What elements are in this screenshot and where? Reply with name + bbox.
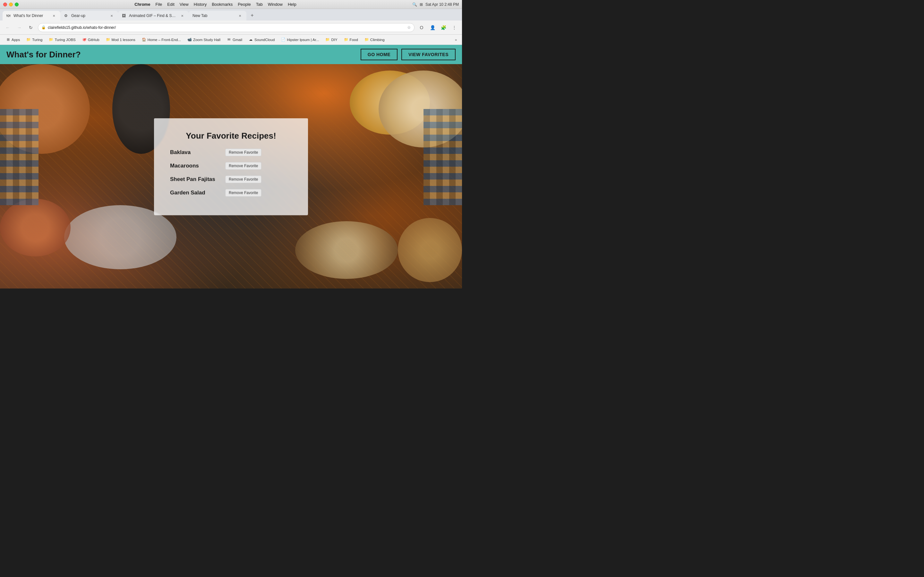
recipe-item-garden-salad: Garden Salad Remove Favorite [170,189,292,197]
back-button[interactable]: ← [3,23,12,32]
control-center-icon[interactable]: ⊞ [420,2,423,7]
folder-icon-3: 📁 [106,37,110,42]
tab3-favicon: 🖼 [122,13,126,18]
bookmark-turing-jobs[interactable]: 📁 Turing JOBS [46,36,78,43]
bookmark-hipster[interactable]: 📄 Hipster Ipsum | Ar... [278,36,321,43]
bookmark-zoom[interactable]: 📹 Zoom Study Hall [185,36,223,43]
bookmark-star-icon[interactable]: ☆ [407,25,411,30]
bookmark-diy[interactable]: 📁 DIY [323,36,340,43]
tab1-favicon: 🍽 [6,13,11,18]
tab3-close[interactable]: ✕ [180,13,185,18]
folder-icon-4: 📁 [325,37,330,42]
bookmark-home-frontend[interactable]: 🏠 Home – Front-End... [139,36,184,43]
menu-edit[interactable]: Edit [167,2,174,7]
apps-icon: ⊞ [6,37,10,42]
go-home-button[interactable]: GO HOME [360,49,397,60]
doc-icon: 📄 [281,37,286,42]
favorites-panel: Your Favorite Recipes! Baklava Remove Fa… [154,118,308,215]
spotlight-icon[interactable]: 🔍 [412,2,417,7]
reload-button[interactable]: ↻ [26,23,35,32]
toolbar: ← → ↻ 🔒 clairefields15.github.io/whats-f… [0,21,462,35]
home-icon: 🏠 [142,37,146,42]
titlebar: Chrome File Edit View History Bookmarks … [0,0,462,9]
bookmark-turing[interactable]: 📁 Turing [24,36,45,43]
nav-buttons: GO HOME VIEW FAVORITES [360,49,456,60]
toolbar-right: O 👤 🧩 ⋮ [417,23,459,32]
extensions-icon[interactable]: 🧩 [439,23,448,32]
bookmark-hipster-label: Hipster Ipsum | Ar... [287,38,319,42]
remove-macaroons-button[interactable]: Remove Favorite [225,162,262,170]
folder-icon-5: 📁 [344,37,349,42]
new-tab-button[interactable]: + [248,11,257,20]
menu-tab[interactable]: Tab [256,2,263,7]
bookmark-github[interactable]: 🐙 GitHub [79,36,102,43]
menu-bookmarks[interactable]: Bookmarks [212,2,233,7]
bookmark-soundcloud-label: SoundCloud [254,38,275,42]
forward-button[interactable]: → [15,23,24,32]
view-favorites-button[interactable]: VIEW FAVORITES [401,49,456,60]
settings-icon[interactable]: ⋮ [450,23,459,32]
bookmark-turing-label: Turing [32,38,42,42]
tab1-close[interactable]: ✕ [51,13,57,18]
tab-animated-gif[interactable]: 🖼 Animated GIF – Find & Share Or... ✕ [118,11,189,21]
titlebar-menu: Chrome File Edit View History Bookmarks … [134,2,296,7]
maximize-button[interactable] [15,3,19,6]
food-patch-6 [0,199,71,256]
food-patch-4 [398,218,462,282]
zoom-icon: 📹 [187,37,192,42]
favorites-title: Your Favorite Recipes! [170,131,292,141]
menu-chrome[interactable]: Chrome [134,2,150,7]
profile-icon[interactable]: 👤 [428,23,437,32]
tab3-title: Animated GIF – Find & Share Or... [129,13,177,18]
tab1-title: What's for Dinner [13,13,49,18]
bookmark-zoom-label: Zoom Study Hall [193,38,220,42]
tab2-close[interactable]: ✕ [109,13,114,18]
opera-icon[interactable]: O [417,23,426,32]
bookmark-climbing[interactable]: 📁 Climbing [362,36,387,43]
remove-baklava-button[interactable]: Remove Favorite [225,149,262,156]
url-text: clairefields15.github.io/whats-for-dinne… [48,25,405,30]
soundcloud-icon: ☁ [249,37,253,42]
recipe-item-macaroons: Macaroons Remove Favorite [170,162,292,170]
tab4-close[interactable]: ✕ [237,13,242,18]
minimize-button[interactable] [9,3,13,6]
traffic-lights [3,3,19,6]
menu-people[interactable]: People [238,2,250,7]
remove-sheet-pan-fajitas-button[interactable]: Remove Favorite [225,176,262,183]
menu-file[interactable]: File [155,2,162,7]
folder-icon-6: 📁 [365,37,369,42]
bookmark-food[interactable]: 📁 Food [341,36,360,43]
tab-gear-up[interactable]: ⚙ Gear-up ✕ [60,11,118,21]
bookmark-mod1[interactable]: 📁 Mod 1 lessons [103,36,138,43]
address-bar[interactable]: 🔒 clairefields15.github.io/whats-for-din… [38,23,415,32]
pattern-left [0,109,39,205]
recipe-item-baklava: Baklava Remove Favorite [170,149,292,156]
tab-new-tab[interactable]: New Tab ✕ [189,11,246,21]
tab2-favicon: ⚙ [64,13,69,18]
bookmark-apps[interactable]: ⊞ Apps [3,36,23,43]
app-title: What's for Dinner? [6,50,360,60]
menu-window[interactable]: Window [268,2,283,7]
bookmark-gmail[interactable]: ✉ Gmail [224,36,245,43]
gmail-icon: ✉ [227,37,231,42]
recipe-name-garden-salad: Garden Salad [170,190,221,196]
tab-whats-for-dinner[interactable]: 🍽 What's for Dinner ✕ [3,11,60,21]
app-navbar: What's for Dinner? GO HOME VIEW FAVORITE… [0,45,462,64]
close-button[interactable] [3,3,7,6]
titlebar-left [3,3,19,6]
remove-garden-salad-button[interactable]: Remove Favorite [225,189,262,197]
food-patch-8 [295,221,398,279]
security-icon: 🔒 [41,25,46,29]
clock: Sat Apr 10 2:48 PM [425,2,459,7]
bookmark-soundcloud[interactable]: ☁ SoundCloud [246,36,277,43]
bookmark-github-label: GitHub [88,38,99,42]
bookmark-mod1-label: Mod 1 lessons [111,38,136,42]
titlebar-right: 🔍 ⊞ Sat Apr 10 2:48 PM [412,2,459,7]
menu-view[interactable]: View [180,2,189,7]
menu-help[interactable]: Help [288,2,296,7]
bookmarks-more-button[interactable]: » [453,37,459,43]
tab2-title: Gear-up [71,13,107,18]
folder-icon-2: 📁 [49,37,53,42]
menu-history[interactable]: History [194,2,207,7]
tab-bar: 🍽 What's for Dinner ✕ ⚙ Gear-up ✕ 🖼 Anim… [0,9,462,21]
